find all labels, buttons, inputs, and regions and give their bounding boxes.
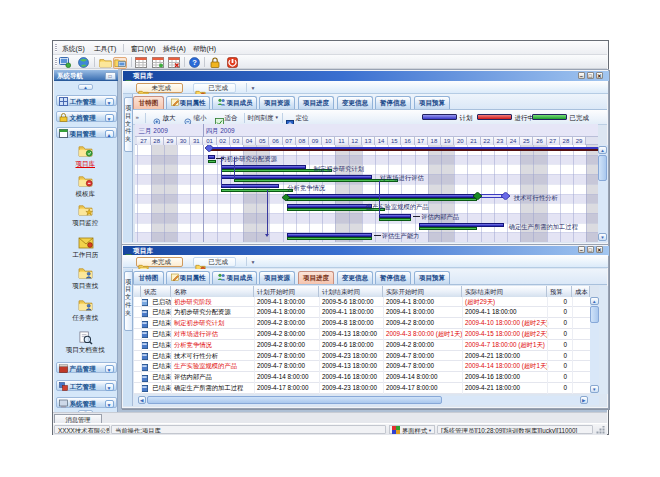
svg-text:?: ?: [192, 58, 197, 67]
